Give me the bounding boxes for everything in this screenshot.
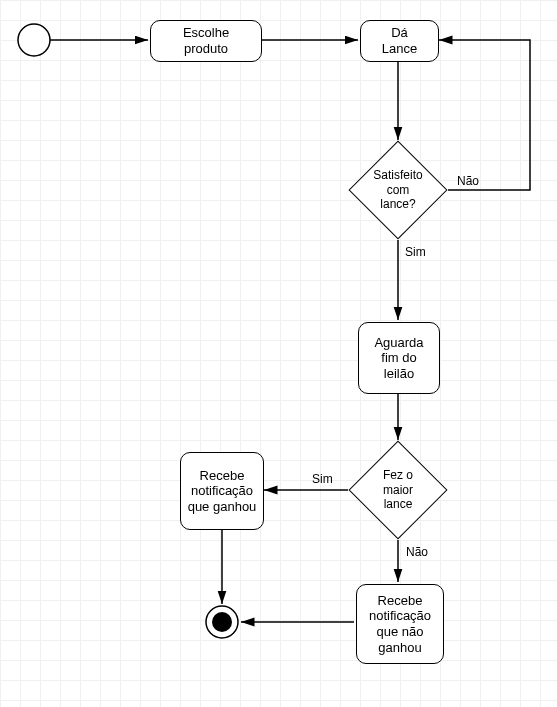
task-wait-end-label: Aguardafim doleilão <box>374 335 423 382</box>
task-choose-product-label: Escolheproduto <box>183 25 229 56</box>
bpmn-canvas: Escolheproduto DáLance Satisfeitocomlanc… <box>0 0 557 707</box>
gateway-satisfied-label: Satisfeitocomlance? <box>367 168 428 211</box>
start-event[interactable] <box>18 24 50 56</box>
edge-satisfied-no <box>439 40 530 190</box>
gateway-highest-bid[interactable]: Fez omaior lance <box>363 455 433 525</box>
label-highest-yes: Sim <box>310 472 335 486</box>
gateway-highest-bid-label: Fez omaior lance <box>363 468 433 511</box>
task-wait-end[interactable]: Aguardafim doleilão <box>358 322 440 394</box>
svg-point-1 <box>212 612 232 632</box>
task-notify-lost-label: Recebenotificaçãoque nãoganhou <box>369 593 431 655</box>
task-place-bid-label: DáLance <box>382 25 417 56</box>
task-notify-won-label: Recebenotificaçãoque ganhou <box>188 468 257 515</box>
label-satisfied-no: Não <box>455 174 481 188</box>
svg-point-0 <box>206 606 238 638</box>
task-notify-lost[interactable]: Recebenotificaçãoque nãoganhou <box>356 584 444 664</box>
connectors-layer <box>0 0 557 707</box>
label-satisfied-yes: Sim <box>403 245 428 259</box>
gateway-satisfied[interactable]: Satisfeitocomlance? <box>363 155 433 225</box>
task-choose-product[interactable]: Escolheproduto <box>150 20 262 62</box>
task-place-bid[interactable]: DáLance <box>360 20 439 62</box>
label-highest-no: Não <box>404 545 430 559</box>
end-event[interactable] <box>206 606 238 638</box>
task-notify-won[interactable]: Recebenotificaçãoque ganhou <box>180 452 264 530</box>
